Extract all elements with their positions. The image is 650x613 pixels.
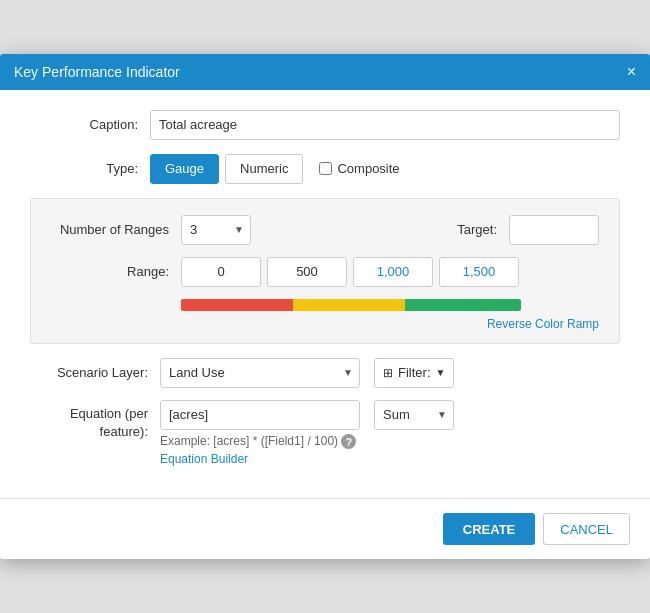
color-bar — [181, 299, 521, 311]
sum-select[interactable]: Sum Average Count — [374, 400, 454, 430]
numeric-button[interactable]: Numeric — [225, 154, 303, 184]
dialog-header: Key Performance Indicator × — [0, 54, 650, 90]
equation-builder-link[interactable]: Equation Builder — [160, 452, 454, 466]
cancel-button[interactable]: CANCEL — [543, 513, 630, 545]
filter-label: Filter: — [398, 365, 431, 380]
dialog-footer: CREATE CANCEL — [0, 498, 650, 559]
range-input-2[interactable] — [353, 257, 433, 287]
target-input[interactable] — [509, 215, 599, 245]
sum-select-wrap: Sum Average Count ▼ — [374, 400, 454, 430]
caption-input[interactable] — [150, 110, 620, 140]
equation-inputs: Sum Average Count ▼ Example: [acres] * (… — [160, 400, 454, 466]
caption-label: Caption: — [30, 117, 150, 132]
create-button[interactable]: CREATE — [443, 513, 535, 545]
range-label: Range: — [51, 264, 181, 279]
num-ranges-select[interactable]: 3 2 4 5 — [181, 215, 251, 245]
scenario-section: Scenario Layer: Land Use ▼ ⊞ Filter: ▼ E… — [30, 358, 620, 466]
type-label: Type: — [30, 161, 150, 176]
equation-label: Equation (per feature): — [30, 400, 160, 441]
target-label: Target: — [429, 222, 509, 237]
filter-button[interactable]: ⊞ Filter: ▼ — [374, 358, 454, 388]
range-input-1[interactable] — [267, 257, 347, 287]
range-input-3[interactable] — [439, 257, 519, 287]
composite-wrap: Composite — [319, 161, 399, 176]
dialog-body: Caption: Type: Gauge Numeric Composite N… — [0, 90, 650, 498]
gauge-button[interactable]: Gauge — [150, 154, 219, 184]
composite-checkbox[interactable] — [319, 162, 332, 175]
scenario-layer-row: Scenario Layer: Land Use ▼ ⊞ Filter: ▼ — [30, 358, 620, 388]
scenario-select-wrap: Land Use ▼ — [160, 358, 360, 388]
filter-arrow-icon: ▼ — [436, 367, 446, 378]
equation-row: Equation (per feature): Sum Average Coun… — [30, 400, 620, 466]
dialog-title: Key Performance Indicator — [14, 64, 180, 80]
composite-label: Composite — [337, 161, 399, 176]
num-ranges-label: Number of Ranges — [51, 222, 181, 237]
help-icon[interactable]: ? — [341, 434, 356, 449]
type-row: Type: Gauge Numeric Composite — [30, 154, 620, 184]
ranges-header-row: Number of Ranges 3 2 4 5 ▼ Target: — [51, 215, 599, 245]
filter-layers-icon: ⊞ — [383, 366, 393, 380]
type-selector: Gauge Numeric Composite — [150, 154, 400, 184]
equation-input[interactable] — [160, 400, 360, 430]
ranges-section: Number of Ranges 3 2 4 5 ▼ Target: Range… — [30, 198, 620, 344]
reverse-color-ramp-link[interactable]: Reverse Color Ramp — [181, 317, 599, 331]
equation-example: Example: [acres] * ([Field1] / 100) ? — [160, 434, 454, 449]
color-bar-wrap: Reverse Color Ramp — [181, 299, 599, 331]
num-ranges-select-wrap: 3 2 4 5 ▼ — [181, 215, 251, 245]
caption-row: Caption: — [30, 110, 620, 140]
scenario-layer-select[interactable]: Land Use — [160, 358, 360, 388]
close-button[interactable]: × — [627, 64, 636, 80]
range-inputs-row: Range: — [51, 257, 599, 287]
scenario-layer-label: Scenario Layer: — [30, 365, 160, 380]
range-input-0[interactable] — [181, 257, 261, 287]
kpi-dialog: Key Performance Indicator × Caption: Typ… — [0, 54, 650, 559]
range-values — [181, 257, 519, 287]
